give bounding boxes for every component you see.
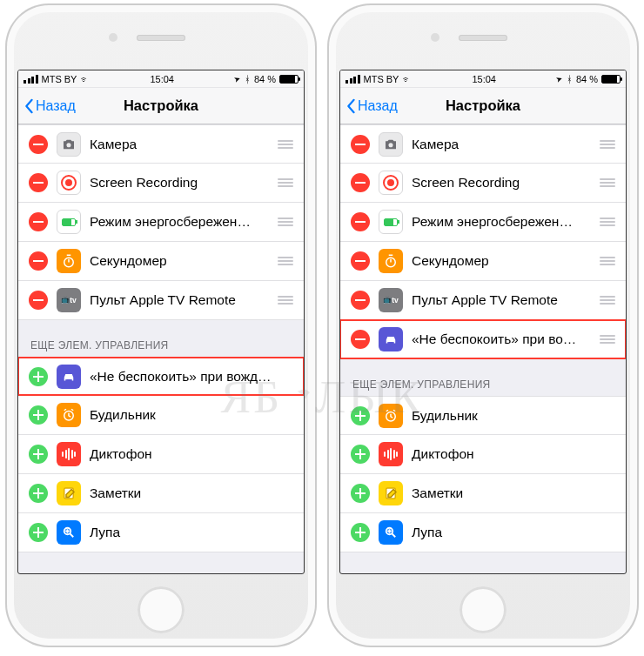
row-dnd-driving[interactable]: «Не беспокоить» при во… [340,320,626,359]
nav-bar: Назад Настройка [340,88,626,124]
remove-button[interactable] [29,173,48,192]
content[interactable]: Камера Screen Recording Режим энергосбер… [340,124,626,573]
row-label: Будильник [90,407,293,423]
remove-button[interactable] [29,135,48,154]
row-camera[interactable]: Камера [340,124,626,164]
row-label: Пульт Apple TV Remote [412,292,591,308]
screen: MTS BY ᯤ 15:04 ➤ ᚼ 84 % Назад Настройка [17,70,305,574]
voice-memos-icon [57,442,81,466]
home-button[interactable] [138,586,184,633]
bluetooth-icon: ᚼ [245,74,251,84]
back-button[interactable]: Назад [345,88,398,124]
row-voice-memos[interactable]: Диктофон [340,435,626,474]
row-label: Заметки [90,485,293,501]
svg-rect-0 [33,144,44,145]
row-low-power[interactable]: Режим энергосбережен… [340,203,626,242]
status-bar: MTS BY ᯤ 15:04 ➤ ᚼ 84 % [340,70,626,88]
reorder-handle-icon[interactable] [278,178,293,187]
reorder-handle-icon[interactable] [600,296,615,305]
reorder-handle-icon[interactable] [600,335,615,344]
camera-icon [379,132,403,157]
camera-icon [57,132,81,157]
battery-percent: 84 % [254,74,276,84]
location-icon: ➤ [554,73,564,84]
reorder-handle-icon[interactable] [600,257,615,265]
svg-point-31 [392,340,394,342]
row-voice-memos[interactable]: Диктофон [18,435,304,474]
svg-rect-24 [355,182,366,184]
svg-rect-17 [37,488,39,499]
bluetooth-icon: ᚼ [567,74,573,84]
row-alarm[interactable]: Будильник [18,396,304,435]
svg-point-1 [66,143,70,147]
carrier-label: MTS BY [42,74,77,84]
add-button[interactable] [29,405,48,425]
svg-rect-12 [37,410,39,420]
remove-button[interactable] [29,212,48,231]
reorder-handle-icon[interactable] [600,178,615,187]
row-label: Screen Recording [90,175,269,191]
add-button[interactable] [351,406,370,425]
row-dnd-driving[interactable]: «Не беспокоить» при вожд… [18,357,304,396]
row-label: Секундомер [90,253,269,269]
clock: 15:04 [472,74,496,84]
add-button[interactable] [351,445,370,464]
stopwatch-icon [57,249,81,273]
reorder-handle-icon[interactable] [278,296,293,305]
add-button[interactable] [29,445,48,464]
car-icon [379,327,403,351]
row-label: Режим энергосбережен… [412,214,591,230]
row-tv-remote[interactable]: 📺tv Пульт Apple TV Remote [340,281,626,320]
remove-button[interactable] [351,212,370,231]
row-stopwatch[interactable]: Секундомер [340,242,626,281]
battery-icon [279,75,299,84]
reorder-handle-icon[interactable] [600,218,615,226]
row-magnifier[interactable]: Лупа [340,513,626,552]
row-tv-remote[interactable]: 📺tv Пульт Apple TV Remote [18,281,304,320]
remove-button[interactable] [351,330,370,349]
add-button[interactable] [29,484,48,503]
front-camera [431,33,439,42]
reorder-handle-icon[interactable] [278,257,293,265]
add-button[interactable] [351,523,370,542]
battery-icon [601,75,621,84]
row-label: Камера [412,137,591,152]
row-notes[interactable]: Заметки [340,474,626,513]
magnifier-icon [57,520,81,545]
page-title: Настройка [124,97,198,114]
row-alarm[interactable]: Будильник [340,396,626,435]
back-button[interactable]: Назад [23,88,76,124]
row-label: Камера [90,137,269,152]
svg-rect-28 [355,299,366,301]
notes-icon [57,481,81,505]
row-label: Будильник [412,408,615,424]
remove-button[interactable] [29,291,48,310]
signal-icon [23,75,38,84]
row-label: Секундомер [412,253,591,269]
svg-rect-25 [355,221,366,223]
speaker-grille [459,35,507,41]
reorder-handle-icon[interactable] [278,218,293,226]
add-button[interactable] [29,367,48,386]
reorder-handle-icon[interactable] [600,140,615,149]
remove-button[interactable] [351,251,370,271]
row-low-power[interactable]: Режим энергосбережен… [18,203,304,242]
add-button[interactable] [29,523,48,542]
row-magnifier[interactable]: Лупа [18,513,304,552]
row-notes[interactable]: Заметки [18,474,304,513]
home-button[interactable] [460,586,506,633]
section-more-controls: ЕЩЕ ЭЛЕМ. УПРАВЛЕНИЯ [18,320,304,357]
row-stopwatch[interactable]: Секундомер [18,242,304,281]
remove-button[interactable] [351,291,370,310]
row-screen-recording[interactable]: Screen Recording [340,164,626,203]
row-screen-recording[interactable]: Screen Recording [18,164,304,203]
remove-button[interactable] [351,173,370,192]
speaker-grille [137,35,185,41]
add-button[interactable] [351,484,370,503]
remove-button[interactable] [29,251,48,271]
remove-button[interactable] [351,135,370,154]
svg-point-10 [70,378,72,379]
row-camera[interactable]: Камера [18,124,304,164]
reorder-handle-icon[interactable] [278,140,293,149]
content[interactable]: Камера Screen Recording Режим энергосбер… [18,124,304,573]
